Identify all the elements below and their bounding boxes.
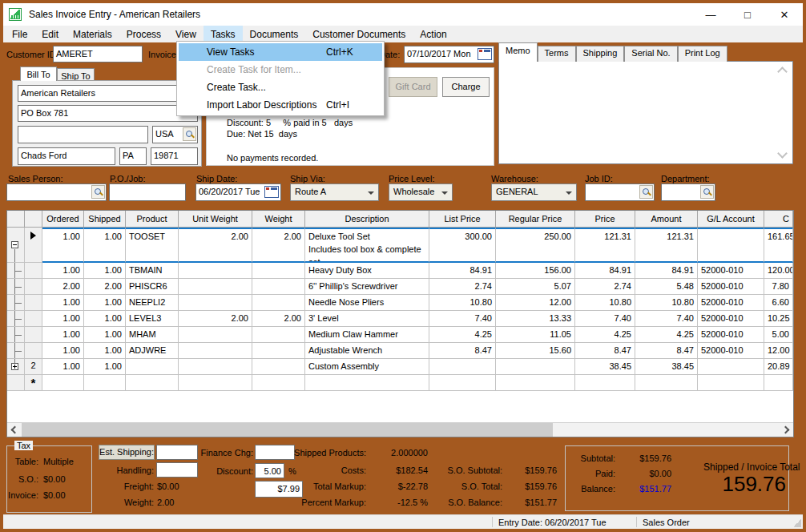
bill-to-name-input[interactable]: American Retailers (18, 85, 198, 102)
search-icon[interactable] (639, 185, 653, 199)
row-header-cell[interactable] (25, 295, 42, 311)
cell-weight[interactable]: 2.00 (252, 311, 305, 327)
cell-list-price[interactable]: 4.25 (429, 327, 496, 343)
cell-price[interactable]: 10.80 (575, 295, 635, 311)
cell-weight[interactable] (252, 375, 305, 391)
cell-weight[interactable] (252, 327, 305, 343)
cell-unit-weight[interactable] (179, 263, 252, 279)
cell-amount[interactable]: 7.40 (635, 311, 698, 327)
bill-to-address2-input[interactable] (18, 126, 148, 143)
tree-cell[interactable] (7, 228, 25, 263)
cell-amount[interactable]: 5.48 (635, 279, 698, 295)
tree-cell[interactable] (7, 263, 25, 279)
memo-textarea[interactable] (498, 61, 793, 164)
calendar-icon[interactable] (478, 48, 492, 60)
cell-amount[interactable]: 84.91 (635, 263, 698, 279)
calendar-icon[interactable] (264, 186, 279, 198)
cell-unit-weight[interactable] (179, 327, 252, 343)
cell-unit-weight[interactable] (179, 375, 252, 391)
cell-ordered[interactable]: 1.00 (42, 295, 84, 311)
menu-item-view-tasks[interactable]: View TasksCtrl+K (179, 43, 382, 61)
cell-list-price[interactable]: 8.47 (429, 343, 496, 359)
table-row[interactable] (7, 375, 794, 391)
scrollbar-thumb[interactable] (22, 423, 553, 437)
cell-ordered[interactable]: 1.00 (42, 263, 84, 279)
cell-price[interactable]: 7.40 (575, 311, 635, 327)
cell-shipped[interactable]: 1.00 (84, 359, 126, 375)
row-header-cell[interactable] (25, 311, 42, 327)
bill-to-zip-input[interactable]: 19871 (151, 147, 198, 165)
cell-price[interactable] (575, 375, 635, 391)
menubar-item-tasks[interactable]: Tasks (204, 26, 243, 42)
ship-date-input[interactable]: 06/20/2017 Tue (195, 183, 281, 201)
row-header-cell[interactable] (25, 343, 42, 359)
cell-weight[interactable] (252, 263, 305, 279)
tree-cell[interactable] (7, 279, 25, 295)
cell-c[interactable]: 120.00 (764, 263, 793, 279)
invoice-date-input[interactable]: 07/10/2017 Mon (404, 46, 494, 63)
cell-amount[interactable]: 38.45 (635, 359, 698, 375)
cell-description[interactable]: Deluxe Tool Set Includes tool box & comp… (305, 228, 429, 263)
tree-cell[interactable] (7, 295, 25, 311)
table-row[interactable]: 21.001.00Custom Assembly38.4538.4520.89 (7, 359, 794, 375)
cell-ordered[interactable]: 1.00 (42, 311, 84, 327)
row-header-cell[interactable] (25, 228, 42, 263)
department-input[interactable] (661, 183, 715, 201)
cell-shipped[interactable]: 1.00 (84, 311, 126, 327)
scroll-up-icon[interactable] (777, 66, 788, 77)
cell-c[interactable]: 10.25 (764, 311, 793, 327)
bill-to-city-input[interactable]: Chads Ford (18, 147, 115, 165)
cell-regular-price[interactable]: 15.60 (496, 343, 575, 359)
cell-ordered[interactable]: 1.00 (42, 228, 84, 263)
tab-bill-to[interactable]: Bill To (20, 66, 57, 81)
cell-c[interactable]: 161.65 (764, 228, 793, 263)
cell-description[interactable] (305, 375, 429, 391)
table-row[interactable]: 1.001.00TOOSET2.002.00Deluxe Tool Set In… (7, 228, 794, 263)
table-row[interactable]: 1.001.00LEVEL32.002.003' Level7.4013.337… (7, 311, 794, 327)
cell-product[interactable]: TOOSET (126, 228, 179, 263)
cell-weight[interactable] (252, 279, 305, 295)
menubar-item-materials[interactable]: Materials (66, 26, 119, 42)
cell-unit-weight[interactable] (179, 343, 252, 359)
job-id-input[interactable] (585, 183, 655, 201)
cell-unit-weight[interactable] (179, 279, 252, 295)
cell-unit-weight[interactable] (179, 359, 252, 375)
cell-ordered[interactable]: 2.00 (42, 279, 84, 295)
cell-c[interactable] (764, 375, 793, 391)
po-job-input[interactable] (109, 183, 186, 201)
cell-c[interactable]: 12.00 (764, 343, 793, 359)
tab-ship-to[interactable]: Ship To (57, 68, 95, 81)
ship-via-select[interactable]: Route A (290, 183, 379, 201)
tab-memo[interactable]: Memo (498, 42, 538, 62)
cell-weight[interactable] (252, 359, 305, 375)
cell-product[interactable]: MHAM (126, 327, 179, 343)
cell-price[interactable]: 4.25 (575, 327, 635, 343)
resize-grip[interactable] (793, 519, 801, 527)
cell-g-l-account[interactable] (698, 359, 764, 375)
cell-ordered[interactable]: 1.00 (42, 359, 84, 375)
table-row[interactable]: 1.001.00MHAMMedium Claw Hammer4.2511.054… (7, 327, 794, 343)
cell-g-l-account[interactable]: 52000-010 (698, 263, 764, 279)
cell-regular-price[interactable]: 250.00 (496, 228, 575, 263)
cell-unit-weight[interactable]: 2.00 (179, 311, 252, 327)
cell-c[interactable]: 5.00 (764, 327, 793, 343)
price-level-select[interactable]: Wholesale (389, 183, 453, 201)
cell-shipped[interactable] (84, 375, 126, 391)
tree-cell[interactable] (7, 311, 25, 327)
cell-description[interactable]: Heavy Duty Box (305, 263, 429, 279)
gift-card-button[interactable]: Gift Card (389, 77, 437, 97)
cell-amount[interactable]: 121.31 (635, 228, 698, 263)
tree-cell[interactable] (7, 359, 25, 375)
menubar-item-view[interactable]: View (168, 26, 204, 42)
menu-item-create-task[interactable]: Create Task... (179, 79, 382, 96)
cell-g-l-account[interactable]: 52000-010 (698, 295, 764, 311)
cell-description[interactable]: Medium Claw Hammer (305, 327, 429, 343)
est-shipping-button[interactable]: Est. Shipping: (99, 445, 155, 460)
cell-regular-price[interactable]: 13.33 (496, 311, 575, 327)
cell-description[interactable]: Adjustable Wrench (305, 343, 429, 359)
cell-amount[interactable]: 4.25 (635, 327, 698, 343)
cell-description[interactable]: Needle Nose Pliers (305, 295, 429, 311)
cell-list-price[interactable]: 10.80 (429, 295, 496, 311)
tab-shipping[interactable]: Shipping (576, 46, 625, 62)
cell-price[interactable]: 2.74 (575, 279, 635, 295)
